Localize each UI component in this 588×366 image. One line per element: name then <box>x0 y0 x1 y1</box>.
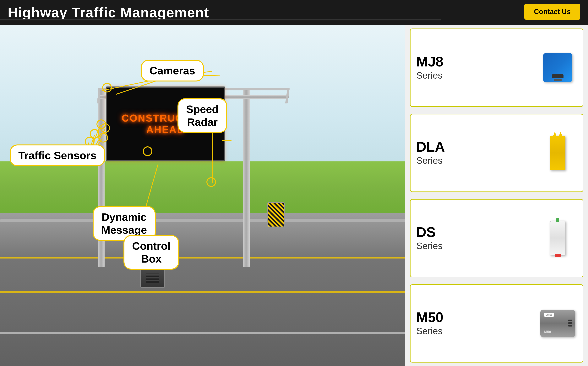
control-box-vent <box>146 274 159 283</box>
control-box-label: Control Box <box>123 235 179 270</box>
radar-stripes <box>268 203 284 227</box>
product-series-m50: Series <box>416 326 535 336</box>
dla-device-visual <box>550 136 565 170</box>
ds-device-visual <box>550 221 565 255</box>
product-series-ds: Series <box>416 241 535 251</box>
connector-pin-1 <box>568 320 572 321</box>
product-image-m50: CITEL M50 <box>538 304 577 343</box>
product-info-ds: DS Series <box>416 225 535 251</box>
hotspot-sensor-4 <box>98 133 108 143</box>
product-card-dla[interactable]: DLA Series <box>410 114 583 192</box>
product-info-mj8: MJ8 Series <box>416 55 535 81</box>
connector-pin-2 <box>568 322 572 324</box>
main-scene: CONSTRUCTION AHEAD <box>0 25 424 366</box>
product-card-ds[interactable]: DS Series <box>410 199 583 277</box>
product-name-mj8: MJ8 <box>416 55 535 69</box>
speed-radar-device <box>267 202 285 227</box>
product-name-dla: DLA <box>416 140 535 154</box>
contact-us-button[interactable]: Contact Us <box>524 4 580 20</box>
hotspot-sensor-5 <box>100 123 110 133</box>
product-name-ds: DS <box>416 225 535 239</box>
gantry-post-right <box>243 88 250 267</box>
product-info-m50: M50 Series <box>416 310 535 336</box>
m50-device-visual: CITEL M50 <box>540 310 575 337</box>
traffic-sensors-label: Traffic Sensors <box>10 145 105 166</box>
m50-label: M50 <box>544 330 551 334</box>
products-panel: MJ8 Series DLA Series DS Series <box>405 25 588 366</box>
ds-top-connector <box>556 218 559 222</box>
hotspot-camera <box>102 83 112 92</box>
product-info-dla: DLA Series <box>416 140 535 166</box>
speed-radar-label: Speed Radar <box>177 98 227 133</box>
product-card-mj8[interactable]: MJ8 Series <box>410 29 583 107</box>
ds-bottom-connector <box>555 254 561 257</box>
m50-connector <box>568 320 572 327</box>
product-series-mj8: Series <box>416 70 535 81</box>
m50-logo: CITEL <box>544 313 554 317</box>
product-image-ds <box>538 219 577 257</box>
header-divider <box>0 19 441 20</box>
guardrail-lower <box>0 332 424 334</box>
product-image-mj8 <box>538 48 577 87</box>
hotspot-dms <box>143 146 152 156</box>
page-title: Highway Traffic Management <box>8 5 209 20</box>
header: Highway Traffic Management Contact Us <box>0 0 588 25</box>
product-card-m50[interactable]: M50 Series CITEL M50 <box>410 284 583 363</box>
cameras-label: Cameras <box>141 60 204 82</box>
product-name-m50: M50 <box>416 310 535 324</box>
hotspot-speed-radar <box>207 177 216 187</box>
mj8-device-visual <box>543 53 572 82</box>
product-image-dla <box>538 134 577 172</box>
connector-pin-3 <box>568 325 572 327</box>
mj8-port <box>554 79 562 81</box>
product-series-dla: Series <box>416 155 535 166</box>
